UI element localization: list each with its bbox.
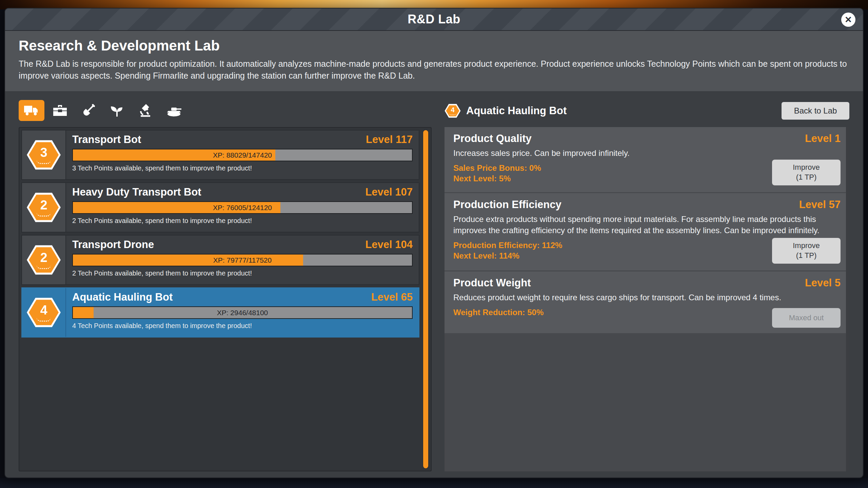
product-row-transport-drone[interactable]: 2 Transport Drone Level 104 XP: 79777 [21, 235, 419, 285]
product-level: Level 117 [366, 134, 413, 146]
product-name: Transport Drone [72, 239, 154, 251]
page-title: Research & Development Lab [19, 38, 849, 54]
upgrade-description: Produce extra products without spending … [453, 214, 841, 236]
product-name: Heavy Duty Transport Bot [72, 186, 201, 198]
product-name: Aquatic Hauling Bot [72, 291, 173, 303]
page-description: The R&D Lab is responsible for product o… [19, 58, 849, 82]
maxed-out-button: Maxed out [772, 308, 841, 328]
improve-button-label: Improve [793, 163, 820, 172]
product-list-scrollbar [423, 130, 429, 469]
upgrade-description: Reduces product weight to require less c… [453, 292, 841, 303]
detail-header: 4 Aquatic Hauling Bot Back to Lab [445, 100, 849, 122]
upgrade-stat: Production Efficiency: 112% [453, 241, 759, 250]
product-list: 3 Transport Bot Level 117 XP: 88029/1 [19, 127, 432, 471]
tab-transport[interactable] [19, 100, 44, 121]
page-header: Research & Development Lab The R&D Lab i… [5, 31, 863, 91]
content: 3 Transport Bot Level 117 XP: 88029/1 [5, 91, 863, 477]
xp-progress-bar: XP: 76005/124120 [72, 201, 413, 214]
upgrade-stat: Sales Price Bonus: 0% [453, 163, 759, 173]
hexagon-badge: 3 [26, 140, 61, 170]
product-level: Level 65 [371, 291, 413, 303]
upgrade-level: Level 5 [805, 277, 841, 289]
product-level: Level 104 [365, 239, 413, 251]
microscope-icon [137, 102, 154, 119]
tab-shovel[interactable] [76, 100, 101, 121]
product-list-scrollbar-thumb[interactable] [423, 130, 428, 468]
upgrade-level: Level 1 [805, 133, 841, 145]
improve-button-cost: (1 TP) [796, 251, 817, 261]
badge-arc [37, 212, 51, 217]
window-title: R&D Lab [408, 12, 460, 26]
tab-research[interactable] [133, 100, 158, 121]
product-row-aquatic-hauling-bot[interactable]: 4 Aquatic Hauling Bot Level 65 XP: 29 [21, 287, 419, 338]
tech-points-count: 2 [40, 199, 47, 211]
xp-progress-label: XP: 79777/117520 [73, 255, 412, 266]
badge-arc [449, 114, 456, 115]
upgrade-card-product-quality: Product Quality Level 1 Increases sales … [445, 127, 849, 192]
sprout-icon [109, 102, 125, 119]
upgrade-stat: Next Level: 114% [453, 251, 759, 261]
upgrade-stat: Weight Reduction: 50% [453, 308, 759, 317]
improve-button-product-quality[interactable]: Improve (1 TP) [772, 160, 841, 185]
hexagon-badge: 4 [445, 104, 461, 118]
xp-progress-bar: XP: 2946/48100 [72, 306, 413, 319]
truck-icon [23, 102, 40, 119]
hexagon-badge: 2 [26, 192, 61, 223]
upgrade-title: Product Quality [453, 133, 532, 145]
improve-button-production-efficiency[interactable]: Improve (1 TP) [772, 238, 841, 264]
product-row-transport-bot[interactable]: 3 Transport Bot Level 117 XP: 88029/1 [21, 130, 419, 180]
tab-toolbox[interactable] [47, 100, 73, 121]
detail-column: 4 Aquatic Hauling Bot Back to Lab Produc… [445, 100, 849, 471]
badge-arc [37, 318, 51, 322]
upgrade-title: Production Efficiency [453, 199, 561, 211]
upgrade-card-product-weight: Product Weight Level 5 Reduces product w… [445, 271, 849, 333]
tech-points-note: 3 Tech Points available, spend them to i… [72, 164, 413, 172]
improve-button-label: Improve [793, 241, 820, 251]
product-row-heavy-duty-transport-bot[interactable]: 2 Heavy Duty Transport Bot Level 107 [21, 182, 419, 232]
product-name: Transport Bot [72, 134, 141, 146]
product-row-body: Heavy Duty Transport Bot Level 107 XP: 7… [66, 183, 419, 232]
badge-arc [37, 265, 51, 269]
category-tabs [19, 100, 432, 122]
tech-points-badge: 3 [22, 130, 66, 179]
tab-plants[interactable] [104, 100, 130, 121]
rnd-lab-window: R&D Lab ✕ Research & Development Lab The… [4, 8, 864, 478]
tech-points-count: 4 [40, 304, 47, 317]
close-button[interactable]: ✕ [841, 13, 855, 27]
upgrade-stat: Next Level: 5% [453, 174, 759, 183]
upgrade-panel: Product Quality Level 1 Increases sales … [445, 127, 849, 471]
shovel-icon [80, 102, 97, 119]
tech-points-count: 4 [451, 106, 454, 113]
product-level: Level 107 [365, 186, 413, 198]
product-row-body: Transport Drone Level 104 XP: 79777/1175… [66, 236, 419, 284]
upgrade-title: Product Weight [453, 277, 531, 289]
tab-military[interactable] [161, 100, 187, 121]
tech-points-badge: 2 [22, 236, 66, 284]
improve-button-cost: (1 TP) [796, 172, 817, 182]
back-to-lab-button[interactable]: Back to Lab [782, 102, 849, 120]
upgrade-description: Increases sales price. Can be improved i… [453, 147, 841, 159]
xp-progress-label: XP: 2946/48100 [73, 307, 412, 318]
upgrade-level: Level 57 [799, 199, 841, 211]
tank-icon [166, 102, 182, 119]
window-titlebar: R&D Lab ✕ [5, 8, 863, 31]
tech-points-note: 4 Tech Points available, spend them to i… [72, 322, 413, 330]
tech-points-count: 2 [40, 251, 47, 264]
detail-scrollbar[interactable] [846, 127, 849, 471]
xp-progress-bar: XP: 79777/117520 [72, 254, 413, 266]
xp-progress-label: XP: 76005/124120 [73, 202, 412, 213]
tech-points-count: 3 [40, 146, 47, 159]
product-column: 3 Transport Bot Level 117 XP: 88029/1 [19, 100, 432, 471]
xp-progress-bar: XP: 88029/147420 [72, 149, 413, 161]
tech-points-badge: 4 [22, 288, 66, 337]
toolbox-icon [52, 102, 68, 119]
hexagon-badge: 4 [26, 297, 61, 328]
close-icon: ✕ [845, 15, 852, 24]
upgrade-card-production-efficiency: Production Efficiency Level 57 Produce e… [445, 193, 849, 270]
improve-button-label: Maxed out [789, 313, 824, 323]
badge-arc [37, 160, 51, 164]
product-row-body: Aquatic Hauling Bot Level 65 XP: 2946/48… [66, 288, 419, 337]
background-bottom [0, 478, 868, 488]
tech-points-note: 2 Tech Points available, spend them to i… [72, 269, 413, 277]
product-row-body: Transport Bot Level 117 XP: 88029/147420… [66, 130, 419, 179]
